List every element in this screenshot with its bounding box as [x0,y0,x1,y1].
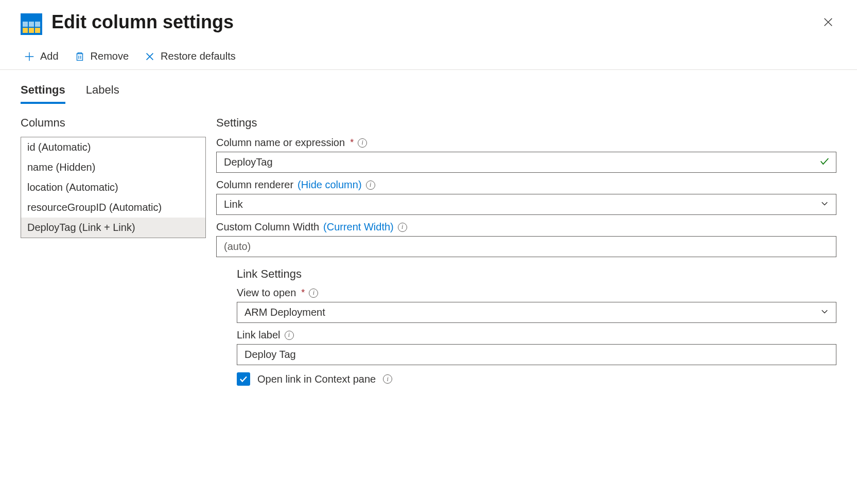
restore-defaults-button[interactable]: Restore defaults [144,50,236,62]
settings-panel: Settings Column name or expression * i C… [216,116,836,386]
hide-column-link[interactable]: (Hide column) [298,179,361,191]
link-settings-heading: Link Settings [237,267,836,281]
required-asterisk: * [301,287,305,298]
info-icon[interactable]: i [398,223,407,232]
width-input[interactable] [216,236,836,257]
column-item-name[interactable]: name (Hidden) [21,157,205,177]
info-icon[interactable]: i [309,289,318,298]
toolbar: Add Remove Restore defaults [0,40,857,70]
page-title: Edit column settings [51,11,234,33]
open-context-row: Open link in Context pane i [237,372,836,386]
link-settings-section: Link Settings View to open * i ARM Deplo… [216,263,836,386]
renderer-group: Column renderer (Hide column) i Link [216,179,836,215]
add-label: Add [40,50,59,62]
info-icon[interactable]: i [358,138,367,148]
check-icon [239,374,248,384]
columns-panel: Columns id (Automatic) name (Hidden) loc… [21,116,206,386]
header-left: Edit column settings [21,9,234,35]
column-name-input[interactable] [216,152,836,173]
width-label: Custom Column Width [216,221,319,233]
view-select[interactable]: ARM Deployment [237,302,836,323]
plus-icon [24,51,35,62]
tab-settings[interactable]: Settings [21,83,65,104]
open-context-label: Open link in Context pane [257,373,376,385]
open-context-checkbox[interactable] [237,372,250,386]
panel-header: Edit column settings [0,0,857,40]
checkmark-icon [819,155,830,169]
trash-icon [74,51,85,62]
remove-button[interactable]: Remove [74,50,129,62]
tabs: Settings Labels [0,70,857,104]
link-label-group: Link label i [237,329,836,365]
x-icon [144,51,155,62]
view-group: View to open * i ARM Deployment [237,287,836,323]
renderer-select[interactable]: Link [216,194,836,215]
settings-heading: Settings [216,116,836,130]
add-button[interactable]: Add [24,50,59,62]
content: Columns id (Automatic) name (Hidden) loc… [0,104,857,406]
columns-heading: Columns [21,116,206,130]
close-button[interactable] [820,14,836,30]
grid-table-icon [21,13,42,35]
restore-label: Restore defaults [161,50,236,62]
width-group: Custom Column Width (Current Width) i [216,221,836,257]
close-icon [823,16,834,28]
view-label: View to open [237,287,296,299]
link-label-label: Link label [237,329,281,341]
column-name-group: Column name or expression * i [216,137,836,173]
link-label-input[interactable] [237,344,836,365]
info-icon[interactable]: i [366,181,375,190]
remove-label: Remove [91,50,129,62]
current-width-link[interactable]: (Current Width) [323,221,394,233]
column-item-location[interactable]: location (Automatic) [21,177,205,197]
renderer-label: Column renderer [216,179,293,191]
column-item-id[interactable]: id (Automatic) [21,137,205,157]
columns-list: id (Automatic) name (Hidden) location (A… [21,137,206,238]
column-item-deploytag[interactable]: DeployTag (Link + Link) [21,218,205,238]
column-item-resourcegroupid[interactable]: resourceGroupID (Automatic) [21,197,205,218]
info-icon[interactable]: i [383,374,392,384]
tab-labels[interactable]: Labels [86,83,119,104]
info-icon[interactable]: i [285,331,294,340]
required-asterisk: * [350,137,354,148]
column-name-label: Column name or expression [216,137,345,149]
